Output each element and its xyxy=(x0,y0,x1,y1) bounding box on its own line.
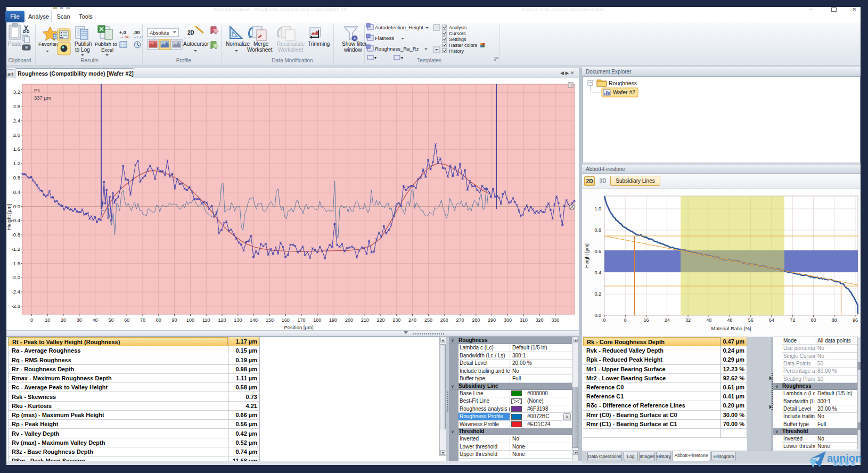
svg-text:Autodetection_Height: Autodetection_Height xyxy=(375,25,423,30)
svg-text:-2.0: -2.0 xyxy=(12,274,20,280)
svg-text:Publish: Publish xyxy=(75,41,92,47)
svg-text:0: 0 xyxy=(30,317,33,323)
svg-text:160: 160 xyxy=(282,317,290,323)
svg-text:Normalize: Normalize xyxy=(226,41,250,47)
svg-text:290: 290 xyxy=(488,317,496,323)
svg-text:-1.2: -1.2 xyxy=(12,246,20,252)
svg-text:10: 10 xyxy=(45,317,50,323)
svg-text:56: 56 xyxy=(748,317,754,323)
svg-text:-1.6: -1.6 xyxy=(12,260,20,266)
svg-text:Autocursor: Autocursor xyxy=(183,41,209,47)
svg-text:Raster colors: Raster colors xyxy=(449,43,478,48)
svg-text:70: 70 xyxy=(140,317,145,323)
svg-text:64: 64 xyxy=(769,317,774,323)
svg-text:300: 300 xyxy=(504,317,512,323)
svg-text:3.2: 3.2 xyxy=(13,89,20,95)
svg-text:-0.4: -0.4 xyxy=(12,217,20,223)
svg-text:2.8: 2.8 xyxy=(13,103,20,109)
svg-text:320: 320 xyxy=(535,317,543,323)
svg-text:-2.8: -2.8 xyxy=(12,303,20,309)
svg-text:270: 270 xyxy=(456,317,464,323)
svg-text:50: 50 xyxy=(108,317,113,323)
svg-text:88: 88 xyxy=(832,317,837,323)
svg-text:0.2: 0.2 xyxy=(594,291,601,297)
svg-text:Recalculate: Recalculate xyxy=(277,41,305,47)
svg-text:Wafer #2: Wafer #2 xyxy=(613,89,635,95)
svg-text:210: 210 xyxy=(361,317,369,323)
svg-text:Show filter: Show filter xyxy=(342,41,367,47)
svg-text:1.6: 1.6 xyxy=(13,146,20,152)
svg-text:40: 40 xyxy=(93,317,98,323)
svg-text:Excel: Excel xyxy=(101,47,113,53)
svg-text:280: 280 xyxy=(472,317,480,323)
svg-text:▾: ▾ xyxy=(374,55,376,60)
svg-text:170: 170 xyxy=(297,317,305,323)
svg-text:260: 260 xyxy=(440,317,448,323)
svg-text:Height [µm]: Height [µm] xyxy=(6,204,12,230)
svg-text:100: 100 xyxy=(186,317,194,323)
svg-text:Trimming: Trimming xyxy=(308,41,330,47)
svg-text:48: 48 xyxy=(727,317,732,323)
svg-text:0.4: 0.4 xyxy=(594,270,601,275)
svg-text:330: 330 xyxy=(551,317,559,323)
svg-text:0.8: 0.8 xyxy=(13,175,20,181)
svg-text:20: 20 xyxy=(61,317,66,323)
svg-text:0.8: 0.8 xyxy=(594,227,601,233)
svg-text:Flatness: Flatness xyxy=(375,35,394,41)
svg-text:window: window xyxy=(343,47,362,53)
svg-text:Publish to: Publish to xyxy=(95,41,117,47)
svg-text:Paste: Paste xyxy=(8,41,22,47)
svg-text:aunion: aunion xyxy=(827,452,862,464)
svg-text:32: 32 xyxy=(685,317,691,323)
svg-text:→+,0: →+,0 xyxy=(132,35,143,39)
svg-text:24: 24 xyxy=(665,317,670,323)
svg-text:Worksheet: Worksheet xyxy=(247,47,273,53)
svg-text:▾: ▾ xyxy=(401,55,403,60)
svg-text:0.0: 0.0 xyxy=(594,313,601,318)
svg-text:140: 140 xyxy=(250,317,258,323)
svg-text:180: 180 xyxy=(313,317,321,323)
svg-text:Merge: Merge xyxy=(253,41,269,47)
svg-text:150: 150 xyxy=(266,317,274,323)
svg-text:Height [µm]: Height [µm] xyxy=(584,243,589,268)
svg-text:96: 96 xyxy=(853,317,858,323)
svg-text:90: 90 xyxy=(172,317,177,323)
svg-text:2D: 2D xyxy=(187,30,194,36)
svg-text:P1: P1 xyxy=(34,87,40,93)
svg-text:8: 8 xyxy=(624,317,627,323)
svg-text:2.4: 2.4 xyxy=(13,118,20,124)
svg-text:0.0: 0.0 xyxy=(13,203,20,209)
svg-text:Cursors: Cursors xyxy=(449,31,466,36)
svg-text:-: - xyxy=(436,25,437,30)
svg-text:72: 72 xyxy=(790,317,795,323)
svg-text:Material Ratio [%]: Material Ratio [%] xyxy=(711,325,751,331)
svg-text:110: 110 xyxy=(202,317,210,323)
svg-text:337 µm: 337 µm xyxy=(34,95,51,101)
svg-text:200: 200 xyxy=(345,317,353,323)
svg-text:0.4: 0.4 xyxy=(13,189,20,195)
svg-text:Analysis: Analysis xyxy=(449,25,467,30)
svg-text:250: 250 xyxy=(424,317,432,323)
svg-text:-0.8: -0.8 xyxy=(12,232,20,238)
svg-text:310: 310 xyxy=(520,317,528,323)
svg-text:16: 16 xyxy=(643,317,649,323)
svg-text:220: 220 xyxy=(376,317,384,323)
svg-text:230: 230 xyxy=(392,317,400,323)
svg-text:80: 80 xyxy=(156,317,161,323)
svg-text:40: 40 xyxy=(706,317,711,323)
svg-text:130: 130 xyxy=(234,317,242,323)
svg-text:Position [µm]: Position [µm] xyxy=(284,324,313,330)
svg-text:→.00: →.00 xyxy=(119,35,130,39)
svg-text:Absolute: Absolute xyxy=(150,30,169,36)
svg-text:Roughness: Roughness xyxy=(609,80,637,86)
svg-text:190: 190 xyxy=(329,317,337,323)
svg-text:0.6: 0.6 xyxy=(594,249,601,254)
svg-text:Worksheet: Worksheet xyxy=(278,47,304,53)
svg-text:-2.4: -2.4 xyxy=(12,289,20,295)
svg-text:80: 80 xyxy=(810,317,816,323)
svg-text:120: 120 xyxy=(218,317,226,323)
svg-text:2.0: 2.0 xyxy=(13,132,20,138)
svg-text:30: 30 xyxy=(77,317,82,323)
svg-text:Roughness_Ra_Rz: Roughness_Ra_Rz xyxy=(375,46,419,52)
svg-text:60: 60 xyxy=(124,317,129,323)
